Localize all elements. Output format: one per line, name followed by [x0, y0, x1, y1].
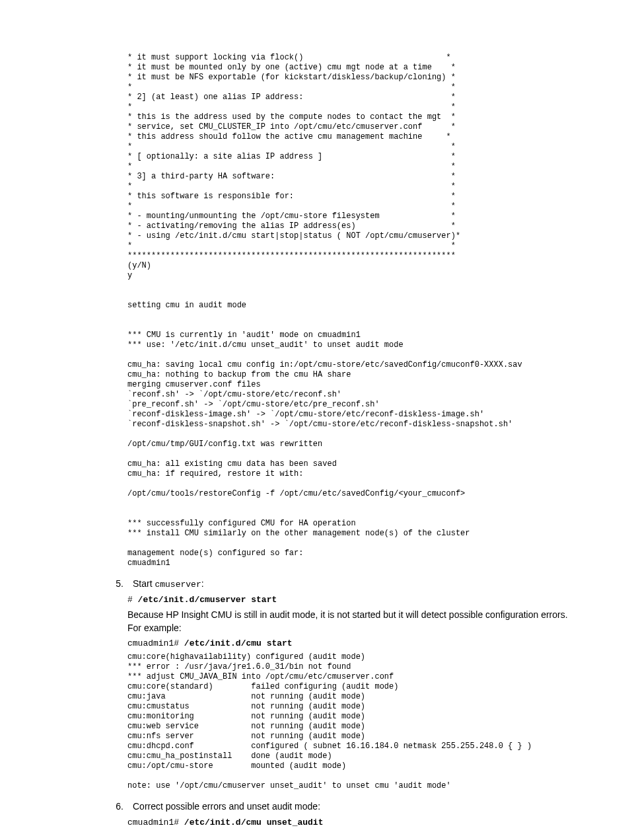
cmd-text: /etc/init.d/cmu start: [184, 638, 293, 648]
step-text: Correct possible errors and unset audit …: [133, 800, 320, 814]
terminal-block-2: cmu:core(highavailability) configured (a…: [102, 652, 571, 791]
cmd-prompt: cmuadmin1#: [127, 818, 184, 827]
step5-command-2: cmuadmin1# /etc/init.d/cmu start: [127, 638, 571, 648]
step-5: 5. Start cmuserver:: [102, 578, 571, 591]
step-number: 5.: [102, 578, 133, 589]
cmd-text: /etc/init.d/cmu unset_audit: [184, 818, 324, 827]
step6-command: cmuadmin1# /etc/init.d/cmu unset_audit: [127, 818, 571, 827]
step5-suffix: :: [201, 578, 204, 589]
step5-command: # /etc/init.d/cmuserver start: [127, 595, 571, 605]
cmd-prompt: cmuadmin1#: [127, 638, 184, 648]
step-number: 6.: [102, 801, 133, 812]
step-6: 6. Correct possible errors and unset aud…: [102, 800, 571, 814]
step5-paragraph: Because HP Insight CMU is still in audit…: [127, 609, 571, 634]
step5-mono: cmuserver: [155, 580, 201, 590]
step5-prefix: Start: [133, 578, 155, 589]
terminal-block-1: * it must support locking via flock() * …: [102, 53, 571, 568]
cmd-text: /etc/init.d/cmuserver start: [138, 595, 277, 605]
step-text: Start cmuserver:: [133, 578, 204, 591]
cmd-prompt: #: [127, 595, 138, 605]
